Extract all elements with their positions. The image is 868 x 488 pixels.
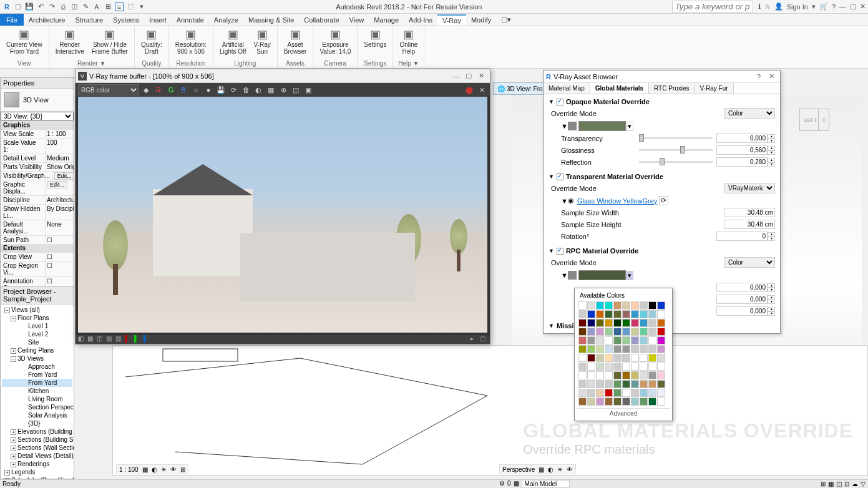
property-row[interactable]: Show Hidden Li...By Discipline (1, 204, 74, 220)
color-swatch[interactable] (631, 380, 639, 388)
revit-logo-icon[interactable]: R (2, 2, 11, 11)
color-swatch[interactable] (640, 398, 648, 406)
property-value[interactable]: 100 (45, 139, 74, 154)
transparent-checkbox[interactable] (557, 173, 563, 180)
tree-item[interactable]: {3D} (2, 419, 72, 427)
tab-collaborate[interactable]: Collaborate (299, 15, 344, 25)
tree-item[interactable]: From Yard (2, 371, 72, 379)
color-swatch[interactable] (622, 345, 630, 353)
color-swatch[interactable] (631, 336, 639, 344)
color-swatch[interactable] (605, 328, 613, 336)
color-swatch[interactable] (622, 363, 630, 371)
color-swatch[interactable] (596, 319, 604, 327)
qat-icon[interactable]: ▾ (137, 2, 146, 11)
color-swatch[interactable] (613, 389, 622, 397)
vfb-blue-channel[interactable]: B (178, 84, 189, 95)
ssw-input[interactable] (724, 208, 775, 217)
tab-massing-site[interactable]: Massing & Site (243, 15, 299, 25)
property-value[interactable]: Edit... (45, 180, 74, 195)
rpc-checkbox[interactable] (557, 248, 563, 255)
color-swatch[interactable] (657, 319, 665, 327)
refresh-icon[interactable]: ⟳ (659, 196, 668, 205)
spin-down[interactable]: ▾ (768, 288, 775, 292)
tree-toggle-icon[interactable]: + (11, 454, 16, 459)
spin-down[interactable]: ▾ (768, 300, 775, 304)
view-selector[interactable]: 3D View: {3D} (1, 112, 74, 121)
collapse-icon[interactable]: ▼ (549, 248, 554, 254)
color-swatch[interactable] (596, 363, 604, 371)
tab-insert[interactable]: Insert (144, 15, 172, 25)
tab-systems[interactable]: Systems (108, 15, 144, 25)
status-icon[interactable]: ▦ (514, 480, 519, 488)
collapse-icon[interactable]: ▼ (561, 122, 568, 130)
color-swatch[interactable] (587, 310, 595, 318)
color-swatch[interactable] (657, 345, 665, 353)
ribbon-button[interactable]: ▣Quality: Draft (139, 27, 165, 56)
status-tool-icon[interactable]: ⊞ (821, 481, 826, 487)
material-link[interactable]: Glass Window YellowGrey (576, 197, 657, 205)
minimize-icon[interactable]: — (839, 3, 846, 11)
color-swatch[interactable] (631, 328, 639, 336)
qat-icon[interactable]: ✎ (81, 2, 90, 11)
opaque-color-swatch[interactable] (578, 121, 626, 131)
tree-item[interactable]: Solar Analysis (2, 411, 72, 419)
status-tool-icon[interactable]: ☁ (852, 481, 858, 487)
property-value[interactable]: None (45, 220, 74, 235)
vfb-status-icon[interactable]: ▢ (480, 335, 487, 343)
tab-structure[interactable]: Structure (70, 15, 108, 25)
main-model-select[interactable]: Main Model (522, 480, 570, 488)
color-swatch[interactable] (605, 301, 613, 310)
color-swatch[interactable] (578, 336, 587, 344)
color-swatch[interactable] (587, 398, 595, 406)
opaque-mode-select[interactable]: Color (724, 108, 775, 119)
spin-down[interactable]: ▾ (768, 162, 775, 167)
color-swatch[interactable] (657, 398, 665, 406)
spin-up[interactable]: ▴ (768, 134, 775, 139)
color-swatch[interactable] (657, 328, 665, 336)
tab-vray-fur[interactable]: V-Ray Fur (695, 83, 734, 94)
property-row[interactable]: Visibility/Graph...Edit... (1, 171, 74, 180)
color-swatch[interactable] (640, 345, 648, 353)
tab-global-materials[interactable]: Global Materials (590, 83, 649, 94)
color-swatch[interactable] (640, 336, 648, 344)
open-icon[interactable]: ▢ (14, 2, 22, 11)
ribbon-button[interactable]: ▣Exposure Value: 14,0 (317, 27, 353, 56)
color-swatch[interactable] (587, 336, 595, 344)
vfb-status-icon[interactable]: ▌ (144, 335, 151, 343)
property-value[interactable]: ☐ (45, 253, 74, 261)
tree-toggle-icon[interactable]: + (11, 462, 16, 467)
color-swatch[interactable] (640, 363, 648, 371)
ssh-input[interactable] (724, 220, 775, 229)
tree-item[interactable]: From Yard (2, 379, 72, 387)
color-swatch[interactable] (613, 380, 622, 388)
rpc-val1-input[interactable] (716, 283, 768, 292)
color-swatch[interactable] (596, 389, 604, 397)
status-tool-icon[interactable]: ▽ (861, 481, 866, 487)
reflection-slider[interactable] (660, 158, 665, 165)
vfb-status-icon[interactable]: ▌ (125, 335, 132, 343)
asset-browser-help[interactable]: ? (753, 73, 765, 81)
property-row[interactable]: Parts VisibilityShow Origin (1, 162, 74, 171)
color-swatch[interactable] (578, 310, 587, 318)
vfb-save-icon[interactable]: 💾 (215, 84, 227, 95)
tree-toggle-icon[interactable]: − (11, 356, 16, 362)
qat-icon[interactable]: ≡ (115, 2, 124, 11)
spin-up[interactable]: ▴ (768, 158, 775, 162)
color-swatch[interactable] (605, 319, 613, 327)
tree-toggle-icon[interactable]: + (4, 470, 10, 476)
property-value[interactable]: Show Origin (45, 163, 74, 171)
star-icon[interactable]: ☆ (764, 2, 771, 11)
info-icon[interactable]: ℹ (758, 2, 761, 11)
file-menu[interactable]: File (0, 14, 24, 26)
tab-analyze[interactable]: Analyze (209, 15, 243, 25)
tree-toggle-icon[interactable]: − (4, 308, 10, 313)
transparency-slider[interactable] (639, 134, 644, 142)
color-swatch[interactable] (640, 380, 648, 388)
collapse-icon[interactable]: ▼ (561, 197, 568, 205)
color-swatch[interactable] (587, 354, 595, 362)
vfb-rgb-icon[interactable]: ◆ (140, 84, 152, 95)
tree-item[interactable]: Kitchen (2, 387, 72, 395)
qat-icon[interactable]: A (92, 2, 101, 11)
color-swatch[interactable] (587, 371, 595, 379)
color-swatch[interactable] (622, 380, 630, 388)
